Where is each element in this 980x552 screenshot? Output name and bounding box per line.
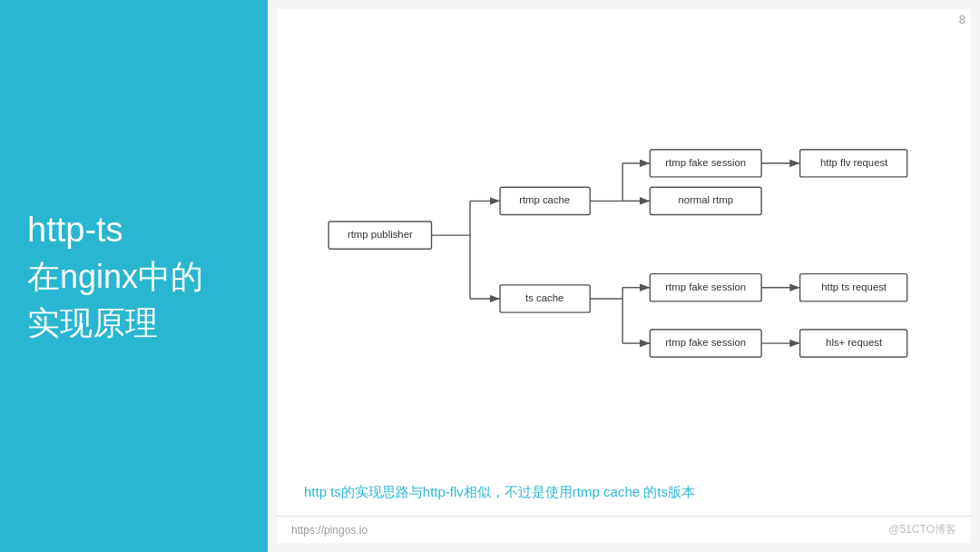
diagram-container: rtmp publisher rtmp cache ts cache rtmp … — [304, 27, 944, 477]
svg-text:rtmp publisher: rtmp publisher — [347, 229, 412, 240]
slide-title: http-ts 在nginx中的 实现原理 — [27, 206, 203, 346]
svg-text:hls+ request: hls+ request — [826, 337, 883, 348]
right-panel: 8 rtmp publisher rtmp cache — [268, 0, 980, 552]
caption-text: http ts的实现思路与http-flv相似，不过是使用rtmp cache … — [304, 484, 944, 501]
svg-text:ts cache: ts cache — [525, 292, 564, 303]
node-normal-rtmp: normal rtmp — [650, 187, 761, 214]
title-cn1: 在nginx中的 — [27, 258, 203, 295]
diagram-svg: rtmp publisher rtmp cache ts cache rtmp … — [316, 94, 933, 411]
node-ts-cache: ts cache — [500, 284, 590, 311]
node-http-flv-request: http flv request — [799, 149, 906, 176]
svg-text:http flv request: http flv request — [819, 156, 887, 167]
title-cn2: 实现原理 — [27, 304, 158, 341]
node-rtmp-fake-session-bot: rtmp fake session — [650, 330, 761, 357]
node-rtmp-fake-session-top: rtmp fake session — [650, 149, 761, 176]
node-rtmp-cache: rtmp cache — [500, 187, 590, 214]
slide-area: rtmp publisher rtmp cache ts cache rtmp … — [277, 9, 971, 516]
footer-watermark: @51CTO博客 — [888, 522, 956, 537]
svg-text:normal rtmp: normal rtmp — [678, 194, 732, 205]
caption-area: http ts的实现思路与http-flv相似，不过是使用rtmp cache … — [304, 477, 944, 507]
svg-text:rtmp cache: rtmp cache — [519, 194, 570, 205]
svg-text:http ts request: http ts request — [821, 281, 887, 291]
slide-footer: https://pingos.io @51CTO博客 — [277, 516, 971, 543]
node-publisher: rtmp publisher — [328, 222, 431, 249]
node-hls-request: hls+ request — [799, 330, 906, 357]
node-http-ts-request: http ts request — [799, 273, 906, 301]
page-number: 8 — [959, 13, 965, 26]
title-en: http-ts — [27, 206, 203, 254]
left-panel: http-ts 在nginx中的 实现原理 — [0, 0, 268, 552]
footer-url: https://pingos.io — [291, 524, 368, 537]
svg-text:rtmp fake session: rtmp fake session — [665, 337, 746, 348]
svg-text:rtmp fake session: rtmp fake session — [665, 281, 746, 291]
svg-text:rtmp fake session: rtmp fake session — [665, 156, 746, 167]
node-rtmp-fake-session-mid: rtmp fake session — [650, 273, 761, 301]
